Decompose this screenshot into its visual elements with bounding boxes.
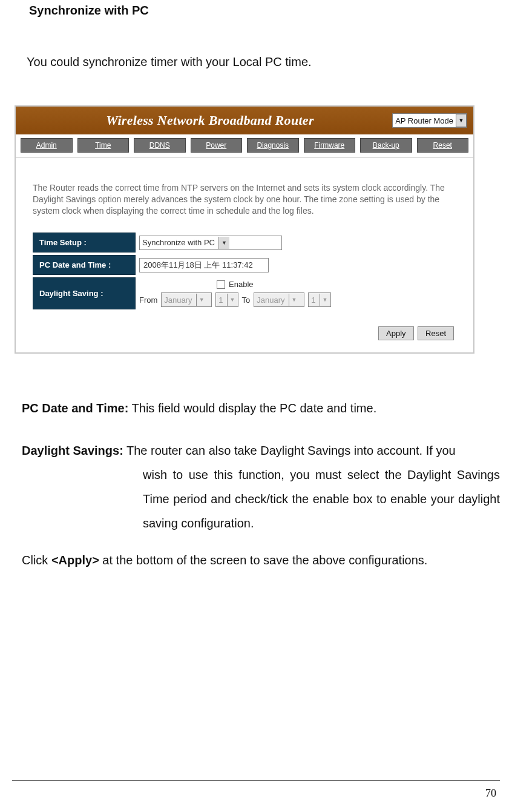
time-setup-value: Synchronize with PC [142, 238, 215, 247]
tab-firmware[interactable]: Firmware [304, 138, 356, 153]
tab-diagnosis[interactable]: Diagnosis [247, 138, 299, 153]
pc-date-field[interactable]: 2008年11月18日 上午 11:37:42 [139, 258, 269, 272]
pc-date-definition-text: This field would display the PC date and… [128, 401, 376, 415]
daylight-definition-first: The router can also take Daylight Saving… [123, 444, 456, 457]
tab-power[interactable]: Power [191, 138, 243, 153]
label-pc-date: PC Date and Time : [33, 255, 136, 275]
chevron-down-icon: ▼ [456, 114, 467, 127]
tab-time[interactable]: Time [77, 138, 130, 153]
daylight-enable-checkbox[interactable] [217, 280, 225, 289]
chevron-down-icon: ▼ [227, 294, 238, 306]
footer-rule [12, 780, 500, 781]
reset-button[interactable]: Reset [418, 326, 454, 340]
daylight-definition: Daylight Savings: The router can also ta… [22, 438, 500, 535]
router-title: Wireless Network Broadband Router [28, 113, 392, 128]
chevron-down-icon: ▼ [320, 294, 330, 306]
daylight-definition-label: Daylight Savings: [22, 444, 123, 457]
apply-button[interactable]: Apply [378, 326, 414, 340]
daylight-enable-text: Enable [229, 280, 253, 289]
tab-admin[interactable]: Admin [21, 138, 73, 153]
router-screenshot: Wireless Network Broadband Router AP Rou… [15, 105, 474, 354]
daylight-to-day[interactable]: 1 ▼ [308, 292, 330, 307]
pc-date-definition-label: PC Date and Time: [22, 401, 128, 415]
page-number: 70 [485, 787, 496, 800]
section-heading: Synchronize with PC [29, 4, 500, 18]
daylight-to-month[interactable]: January ▼ [254, 292, 304, 307]
label-daylight: Daylight Saving : [33, 277, 136, 309]
label-time-setup: Time Setup : [33, 233, 136, 253]
router-description: The Router reads the correct time from N… [33, 182, 456, 217]
pc-date-definition: PC Date and Time: This field would displ… [22, 396, 500, 420]
intro-text: You could synchronize timer with your Lo… [27, 55, 500, 69]
daylight-from-day[interactable]: 1 ▼ [215, 292, 238, 307]
daylight-from-label: From [139, 295, 157, 305]
daylight-from-month[interactable]: January ▼ [161, 292, 212, 307]
daylight-to-label: To [242, 295, 251, 305]
time-setup-select[interactable]: Synchronize with PC ▼ [139, 236, 282, 250]
chevron-down-icon: ▼ [196, 294, 207, 306]
tab-ddns[interactable]: DDNS [134, 138, 186, 153]
tab-bar: Admin Time DDNS Power Diagnosis Firmware… [16, 134, 473, 158]
mode-select-value: AP Router Mode [395, 116, 453, 125]
chevron-down-icon: ▼ [218, 237, 229, 249]
tab-backup[interactable]: Back-up [360, 138, 412, 153]
tab-reset[interactable]: Reset [417, 138, 469, 153]
chevron-down-icon: ▼ [289, 294, 300, 306]
daylight-definition-rest: wish to use this function, you must sele… [22, 463, 500, 535]
click-apply-text: Click <Apply> at the bottom of the scree… [22, 553, 500, 567]
router-title-bar: Wireless Network Broadband Router AP Rou… [16, 107, 473, 134]
mode-select[interactable]: AP Router Mode ▼ [392, 113, 467, 128]
